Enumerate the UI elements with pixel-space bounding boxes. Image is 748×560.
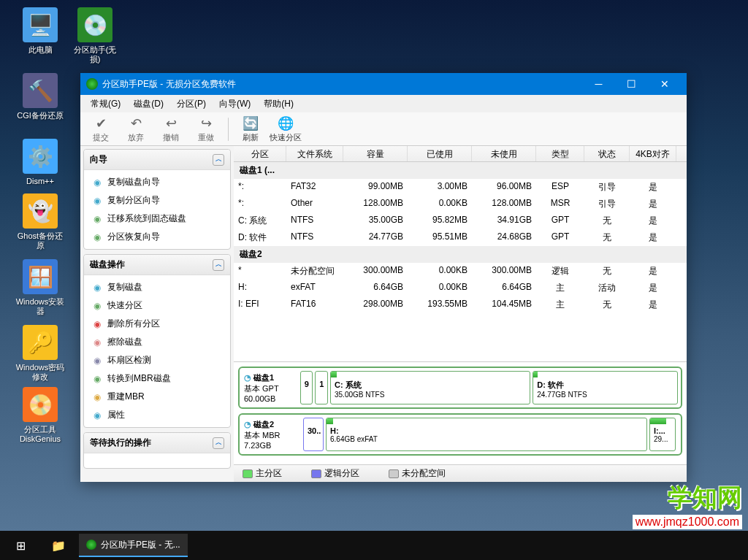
tool-放弃[interactable]: ↶放弃: [120, 114, 152, 145]
cell: 300.00MB: [472, 265, 536, 277]
panel-item[interactable]: ◉重建MBR: [84, 388, 230, 406]
disk-group[interactable]: 磁盘2: [234, 246, 687, 263]
tool-重做[interactable]: ↪重做: [190, 114, 222, 145]
desktop-icon-5[interactable]: 🪟Windows安装器: [15, 259, 66, 316]
column-header[interactable]: 状态: [584, 146, 630, 161]
desktop-icon-0[interactable]: 🖥️此电脑: [15, 7, 66, 55]
partition-segment[interactable]: H:6.64GB exFAT: [326, 418, 647, 451]
desktop-icon-1[interactable]: 💿分区助手(无损): [69, 7, 121, 64]
column-header[interactable]: 类型: [536, 146, 584, 161]
cell: ESP: [536, 181, 584, 193]
item-label: 快速分区: [107, 299, 142, 312]
collapse-icon[interactable]: ︿: [213, 259, 224, 271]
menubar: 常规(G)磁盘(D)分区(P)向导(W)帮助(H): [80, 95, 687, 112]
desktop-icon-4[interactable]: 👻Ghost备份还原: [15, 193, 66, 250]
file-explorer-button[interactable]: 📁: [41, 531, 76, 560]
minimize-button[interactable]: ─: [582, 73, 615, 95]
maximize-button[interactable]: ☐: [615, 73, 648, 95]
cell: 95.82MB: [408, 215, 472, 227]
partition-segment[interactable]: D: 软件24.77GB NTFS: [533, 371, 678, 404]
panel-item[interactable]: ◉分区恢复向导: [84, 228, 230, 246]
icon: 💿: [77, 7, 112, 42]
item-icon: ◉: [91, 177, 103, 188]
partition-segment[interactable]: 9: [300, 371, 313, 404]
partition-segment[interactable]: 1: [315, 371, 328, 404]
menu-item[interactable]: 分区(P): [171, 96, 212, 112]
table-row[interactable]: I: EFIFAT16298.00MB193.55MB104.45MB主无是: [234, 296, 687, 313]
column-header[interactable]: 文件系统: [286, 146, 343, 161]
panel-item[interactable]: ◉复制磁盘向导: [84, 173, 230, 191]
panel-item[interactable]: ◉擦除磁盘: [84, 333, 230, 351]
menu-item[interactable]: 磁盘(D): [128, 96, 169, 112]
taskbar-task[interactable]: 分区助手PE版 - 无...: [79, 534, 188, 557]
panel-item[interactable]: ◉迁移系统到固态磁盘: [84, 210, 230, 228]
start-button[interactable]: ⊞: [3, 531, 38, 560]
label: Dism++: [15, 177, 66, 186]
column-header[interactable]: 4KB对齐: [630, 146, 676, 161]
panel-item[interactable]: ◉坏扇区检测: [84, 351, 230, 369]
tool-快速分区[interactable]: 🌐快速分区: [270, 114, 302, 145]
disk-group[interactable]: 磁盘1 (...: [234, 162, 687, 179]
cell: 104.45MB: [472, 299, 536, 311]
tool-刷新[interactable]: 🔄刷新: [234, 114, 267, 145]
panel-item[interactable]: ◉快速分区: [84, 296, 230, 315]
desktop-icon-3[interactable]: ⚙️Dism++: [15, 139, 66, 186]
item-label: 迁移系统到固态磁盘: [107, 212, 186, 225]
column-header[interactable]: 分区: [234, 146, 286, 161]
menu-item[interactable]: 常规(G): [85, 96, 126, 112]
cell: 是: [630, 282, 676, 294]
table-body: 磁盘1 (...*:FAT3299.00MB3.00MB96.00MBESP引导…: [234, 162, 687, 361]
legend-item: 主分区: [243, 467, 282, 480]
panel-item[interactable]: ◉转换到MBR磁盘: [84, 369, 230, 388]
collapse-icon[interactable]: ︿: [213, 437, 224, 449]
partition-segment[interactable]: I:...29...: [649, 418, 676, 451]
titlebar[interactable]: 分区助手PE版 - 无损分区免费软件 ─ ☐ ✕: [80, 73, 687, 95]
cell: 是: [630, 231, 676, 244]
table-row[interactable]: H:exFAT6.64GB0.00KB6.64GB主活动是: [234, 280, 687, 296]
column-header[interactable]: 容量: [343, 146, 408, 161]
tool-撤销[interactable]: ↩撤销: [155, 114, 187, 145]
table-row[interactable]: *:Other128.00MB0.00KB128.00MBMSR引导是: [234, 196, 687, 212]
cell: 是: [630, 181, 676, 193]
table-row[interactable]: *:FAT3299.00MB3.00MB96.00MBESP引导是: [234, 179, 687, 196]
column-header[interactable]: 未使用: [472, 146, 536, 161]
desktop-icon-6[interactable]: 🔑Windows密码修改: [15, 325, 66, 382]
desktop-icon-2[interactable]: 🔨CGI备份还原: [15, 73, 66, 120]
watermark-title: 学知网: [633, 481, 742, 515]
legend-item: 逻辑分区: [311, 467, 359, 480]
cell: *: [234, 265, 286, 277]
panel-item[interactable]: ◉复制分区向导: [84, 191, 230, 210]
table-row[interactable]: D: 软件NTFS24.77GB95.51MB24.68GBGPT无是: [234, 229, 687, 246]
disk-info[interactable]: ◔磁盘2基本 MBR7.23GB: [243, 418, 301, 451]
item-label: 删除所有分区: [107, 318, 160, 330]
partition-segment[interactable]: 30..: [303, 418, 324, 451]
partition-segment[interactable]: C: 系统35.00GB NTFS: [330, 371, 530, 404]
table-row[interactable]: *未分配空间300.00MB0.00KB300.00MB逻辑无是: [234, 263, 687, 280]
tool-提交[interactable]: ✔提交: [85, 114, 117, 145]
collapse-icon[interactable]: ︿: [213, 154, 224, 166]
cell: FAT16: [286, 299, 343, 311]
column-header[interactable]: 已使用: [408, 146, 472, 161]
table-row[interactable]: C: 系统NTFS35.00GB95.82MB34.91GBGPT无是: [234, 212, 687, 229]
panel-item[interactable]: ◉属性: [84, 406, 230, 424]
cell: 99.00MB: [343, 181, 408, 193]
menu-item[interactable]: 帮助(H): [258, 96, 299, 112]
menu-item[interactable]: 向导(W): [213, 96, 256, 112]
cell: 0.00KB: [408, 198, 472, 210]
cell: 无: [584, 265, 630, 277]
cell: GPT: [536, 215, 584, 227]
item-icon: ◉: [91, 355, 103, 367]
panel-item[interactable]: ◉删除所有分区: [84, 315, 230, 333]
tool-icon: 🌐: [278, 115, 294, 131]
panel-item[interactable]: ◉复制磁盘: [84, 278, 230, 296]
cell: 引导: [584, 181, 630, 193]
item-label: 分区恢复向导: [107, 231, 160, 243]
swatch: [389, 469, 399, 478]
tool-label: 提交: [93, 132, 109, 143]
item-icon: ◉: [91, 337, 103, 348]
window-title: 分区助手PE版 - 无损分区免费软件: [102, 78, 582, 91]
disk-info[interactable]: ◔磁盘1基本 GPT60.00GB: [243, 371, 298, 404]
close-button[interactable]: ✕: [648, 73, 681, 95]
disk-bar: ◔磁盘1基本 GPT60.00GB91C: 系统35.00GB NTFSD: 软…: [238, 367, 682, 409]
desktop-icon-7[interactable]: 📀分区工具DiskGenius: [15, 387, 66, 444]
